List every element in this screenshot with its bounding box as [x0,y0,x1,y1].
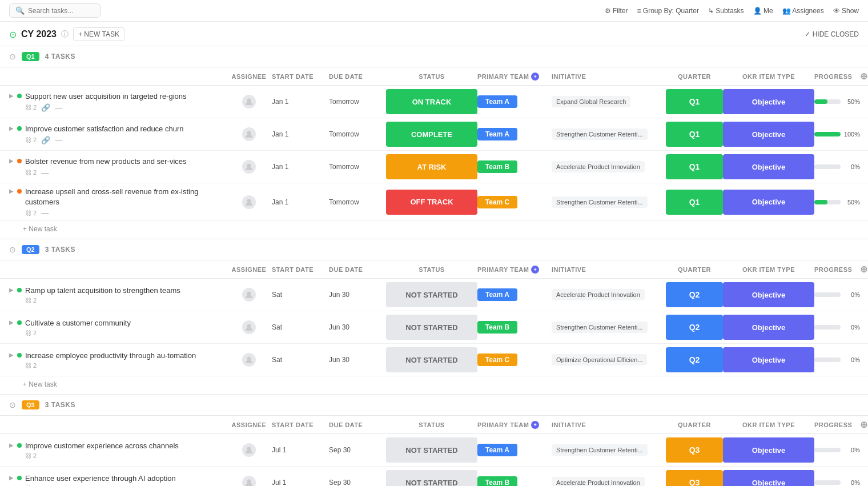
quarter-value[interactable]: Q1 [666,190,723,215]
status-badge[interactable]: NOT STARTED [386,470,477,486]
task-name-text[interactable]: Enhance user experience through AI adopt… [25,473,176,484]
quarter-value[interactable]: Q2 [666,282,723,307]
link-icon[interactable]: 🔗 [41,103,50,112]
quarter-value[interactable]: Q2 [666,347,723,372]
search-input[interactable] [28,7,97,15]
quarter-value[interactable]: Q3 [666,470,723,486]
okr-type-badge[interactable]: Objective [723,154,814,179]
quarter-toggle-q2[interactable]: ⊙ [9,245,16,254]
task-name-text[interactable]: Bolster revenue from new products and se… [25,156,187,167]
okr-type-badge[interactable]: Objective [723,89,814,114]
hide-closed-button[interactable]: ✓ HIDE CLOSED [805,30,859,38]
initiative-badge[interactable]: Accelerate Product Innovation [552,289,645,300]
team-badge[interactable]: Team B [477,476,517,486]
avatar[interactable] [242,320,256,334]
avatar[interactable] [242,353,256,367]
status-badge[interactable]: NOT STARTED [386,347,477,372]
col-header-add[interactable]: ⊕ [860,71,868,82]
team-badge[interactable]: Team A [477,95,517,108]
me-button[interactable]: 👤 Me [753,7,773,15]
status-badge[interactable]: COMPLETE [386,122,477,147]
expand-icon[interactable]: ▶ [9,188,14,194]
assignees-button[interactable]: 👥 Assignees [782,7,824,15]
quarter-value[interactable]: Q1 [666,122,723,147]
status-badge[interactable]: ON TRACK [386,89,477,114]
col-header-add[interactable]: ⊕ [860,264,868,275]
quarter-toggle-q3[interactable]: ⊙ [9,400,16,409]
avatar[interactable] [242,127,256,141]
okr-type-badge[interactable]: Objective [723,437,814,463]
initiative-badge[interactable]: Accelerate Product Innovation [552,161,645,172]
quarter-value[interactable]: Q3 [666,437,723,463]
initiative-badge[interactable]: Strengthen Customer Retenti... [552,322,648,333]
expand-icon[interactable]: ▶ [9,158,14,164]
quarter-value[interactable]: Q2 [666,315,723,340]
subtask-count[interactable]: ⛓ 2 [25,452,37,459]
avatar[interactable] [242,195,256,209]
team-badge[interactable]: Team A [477,444,517,456]
status-badge[interactable]: NOT STARTED [386,282,477,307]
expand-icon[interactable]: ▶ [9,319,14,326]
task-name-text[interactable]: Increase employee productivity through a… [25,351,196,361]
expand-icon[interactable]: ▶ [9,475,14,481]
avatar[interactable] [242,288,256,302]
initiative-badge[interactable]: Strengthen Customer Retenti... [552,196,648,208]
avatar[interactable] [242,443,256,457]
subtask-count[interactable]: ⛓ 2 [25,362,37,369]
expand-icon[interactable]: ▶ [9,442,14,448]
search-box[interactable]: 🔍 [9,3,101,18]
expand-icon[interactable]: ▶ [9,93,14,99]
okr-type-badge[interactable]: Objective [723,190,814,215]
subtask-count[interactable]: ⛓ 2 [25,330,37,336]
initiative-badge[interactable]: Strengthen Customer Retenti... [552,128,648,140]
page-toggle-icon[interactable]: ⊙ [9,29,17,40]
quarter-toggle-q1[interactable]: ⊙ [9,52,16,61]
status-badge[interactable]: NOT STARTED [386,315,477,340]
task-name-text[interactable]: Cultivate a customer community [25,318,131,328]
okr-type-badge[interactable]: Objective [723,347,814,372]
okr-type-badge[interactable]: Objective [723,470,814,486]
initiative-badge[interactable]: Strengthen Customer Retenti... [552,444,648,456]
expand-icon[interactable]: ▶ [9,352,14,358]
expand-icon[interactable]: ▶ [9,125,14,131]
new-task-link[interactable]: + New task [23,380,57,388]
subtask-count[interactable]: ⛓ 2 [25,136,37,143]
subtasks-button[interactable]: ↳ Subtasks [708,7,744,15]
team-badge[interactable]: Team C [477,196,517,208]
task-name-text[interactable]: Ramp up talent acquisition to strengthen… [25,286,180,296]
task-name-text[interactable]: Increase upsell and cross-sell revenue f… [25,187,222,207]
initiative-badge[interactable]: Expand Global Research [552,96,630,107]
subtask-count[interactable]: ⛓ 2 [25,297,37,304]
initiative-badge[interactable]: Accelerate Product Innovation [552,477,645,486]
subtask-count[interactable]: ⛓ 2 [25,169,37,176]
status-badge[interactable]: AT RISK [386,154,477,179]
status-badge[interactable]: NOT STARTED [386,437,477,463]
okr-type-badge[interactable]: Objective [723,122,814,147]
quarter-value[interactable]: Q1 [666,154,723,179]
info-icon[interactable]: ⓘ [61,29,69,39]
subtask-count[interactable]: ⛓ 2 [25,210,37,216]
task-name-text[interactable]: Improve customer experience across chann… [25,441,179,451]
okr-type-badge[interactable]: Objective [723,282,814,307]
team-badge[interactable]: Team A [477,288,517,301]
quarter-value[interactable]: Q1 [666,89,723,114]
link-icon[interactable]: 🔗 [41,136,50,144]
filter-button[interactable]: ⚙ Filter [605,7,628,15]
task-name-text[interactable]: Improve customer satisfaction and reduce… [25,124,183,134]
new-task-button[interactable]: + NEW TASK [73,27,124,41]
new-task-link[interactable]: + New task [23,225,57,233]
avatar[interactable] [242,95,256,109]
group-by-button[interactable]: ≡ Group By: Quarter [637,7,699,15]
expand-icon[interactable]: ▶ [9,287,14,293]
team-badge[interactable]: Team B [477,321,517,334]
okr-type-badge[interactable]: Objective [723,315,814,340]
show-button[interactable]: 👁 Show [833,7,859,15]
avatar[interactable] [242,160,256,174]
subtask-count[interactable]: ⛓ 2 [25,104,37,111]
team-badge[interactable]: Team C [477,354,517,366]
task-name-text[interactable]: Support new user acquisition in targeted… [25,91,187,102]
team-badge[interactable]: Team B [477,160,517,173]
avatar[interactable] [242,476,256,486]
status-badge[interactable]: OFF TRACK [386,190,477,215]
initiative-badge[interactable]: Optimize Operational Efficien... [552,354,647,365]
